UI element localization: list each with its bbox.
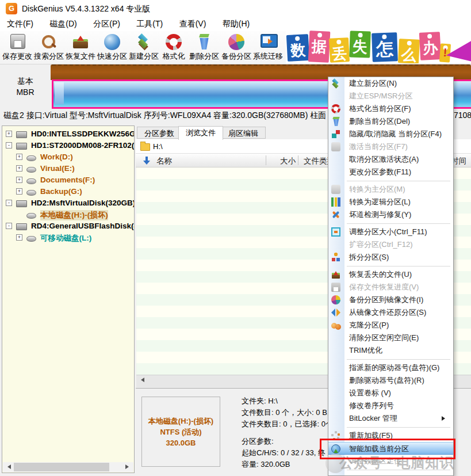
menu-item-recover-lost-files[interactable]: 恢复丢失的文件(U) <box>328 268 453 281</box>
expand-icon[interactable]: + <box>16 165 22 172</box>
to-logical-icon <box>331 197 340 207</box>
tree-item-hd1[interactable]: - HD1:ST2000DM008-2FR102(18 <box>2 140 134 151</box>
toolbar-format[interactable]: 格式化 <box>158 32 190 63</box>
tree-label: 本地磁盘(H:)-(损坏) <box>40 210 108 220</box>
menu-item-assign-drive-letter[interactable]: 指派新的驱动器号(盘符)(G) <box>328 361 453 374</box>
disk-icon <box>16 143 27 150</box>
expand-icon[interactable]: + <box>16 234 22 241</box>
banner-tile: 办 <box>419 32 441 60</box>
scroll-right-icon[interactable] <box>125 464 131 469</box>
tree-item-hd2[interactable]: - HD2:MsftVirtualDisk(320GB) <box>2 197 134 209</box>
menu-item-convert-to-primary: 转换为主分区(M) <box>328 183 453 196</box>
menu-item-save-recovery-progress: 保存文件恢复进度(V) <box>328 281 453 294</box>
menu-partition[interactable]: 分区(P) <box>86 17 127 31</box>
menu-item-format-current-partition[interactable]: 格式化当前分区(F) <box>328 102 453 115</box>
submenu-arrow-icon <box>442 416 447 421</box>
expand-icon[interactable]: + <box>16 154 22 160</box>
expand-icon[interactable]: + <box>16 188 22 195</box>
menu-item-wipe-free-space[interactable]: 清除分区空闲空间(E) <box>328 332 453 344</box>
format-icon <box>331 104 340 113</box>
activate-icon <box>331 142 340 151</box>
menu-item-restore-from-image[interactable]: 从镜像文件还原分区(S) <box>328 306 453 319</box>
menu-item-cancel-active-state[interactable]: 取消分区激活状态(A) <box>328 153 453 166</box>
menu-item-hide-unhide-partition[interactable]: 隐藏/取消隐藏 当前分区(F4) <box>328 128 453 140</box>
tree-item-backup-g[interactable]: + Backup(G:) <box>2 186 134 197</box>
tree-item-local-disk-h-selected[interactable]: 本地磁盘(H:)-(损坏) <box>2 209 134 220</box>
collapse-icon[interactable]: - <box>6 200 12 206</box>
banner-tile: 丢 <box>329 37 350 63</box>
tree-item-documents-f[interactable]: + Documents(F:) <box>2 174 134 186</box>
expand-icon[interactable]: + <box>6 131 12 137</box>
tab-partition-params[interactable]: 分区参数 <box>137 127 182 139</box>
system-migration-icon <box>261 34 278 48</box>
toolbar-delete-partition[interactable]: 删除分区 <box>188 32 220 63</box>
tree-item-hd0[interactable]: + HD0:INTELSSDPEKKW256G8(2 <box>2 128 134 140</box>
menu-view[interactable]: 查看(V) <box>173 17 213 31</box>
menu-item-convert-to-logical[interactable]: 转换为逻辑分区(L) <box>328 196 453 208</box>
menu-disk[interactable]: 磁盘(D) <box>43 17 83 31</box>
menu-item-trim-optimize[interactable]: TRIM优化 <box>328 344 453 357</box>
expand-icon[interactable]: + <box>16 177 22 183</box>
banner-tile: 怎 <box>372 32 398 62</box>
partition-table-style: 基本 <box>0 77 51 87</box>
collapse-icon[interactable]: - <box>6 142 12 148</box>
tree-item-rd4[interactable]: - RD4:GeneralUSBFlashDisk(4G <box>2 220 134 232</box>
scroll-left-icon[interactable] <box>139 378 144 382</box>
menu-item-create-esp-msr: 建立ESP/MSR分区 <box>328 90 453 102</box>
menu-item-split-partition[interactable]: 拆分分区(S) <box>328 251 453 264</box>
resize-icon <box>331 227 340 237</box>
toolbar-backup-partition[interactable]: 备份分区 <box>220 32 252 63</box>
toolbar-recover-files[interactable]: 恢复文件 <box>64 32 97 63</box>
hide-icon <box>331 130 340 139</box>
column-name[interactable]: 名称 <box>156 156 172 166</box>
menu-file[interactable]: 文件(F) <box>0 17 40 31</box>
recover-files-icon <box>72 36 89 52</box>
toolbar-quick-partition[interactable]: 快速分区 <box>96 32 128 63</box>
menu-item-set-volume-label[interactable]: 设置卷标 (V) <box>328 387 453 399</box>
menu-tools[interactable]: 工具(T) <box>129 17 170 31</box>
toolbar-save-changes[interactable]: 保存更改 <box>1 32 33 63</box>
menu-item-change-volume-serial[interactable]: 修改卷序列号 <box>328 399 453 412</box>
menu-bar: 文件(F) 磁盘(D) 分区(P) 工具(T) 查看(V) 帮助(H) <box>0 17 471 31</box>
partition-block-segment <box>55 82 64 104</box>
scrollbar-thumb[interactable] <box>14 463 109 471</box>
menu-help[interactable]: 帮助(H) <box>216 17 256 31</box>
banner-tile: 数 <box>286 34 309 62</box>
toolbar-system-migration[interactable]: 系统迁移 <box>252 32 284 63</box>
collapse-icon[interactable]: - <box>6 223 12 229</box>
menu-item-resize-partition[interactable]: 调整分区大小(Ctrl_F11) <box>328 226 453 238</box>
tree-label: HD1:ST2000DM008-2FR102(18 <box>31 141 135 150</box>
menu-item-delete-current-partition[interactable]: 删除当前分区(Del) <box>328 115 453 128</box>
tree-item-removable-l[interactable]: + 可移动磁盘(L:) <box>2 232 134 243</box>
menu-item-change-partition-params[interactable]: 更改分区参数(F11) <box>328 166 453 178</box>
tree-item-virual-e[interactable]: + Virual(E:) <box>2 163 134 174</box>
tree-horizontal-scrollbar[interactable] <box>3 462 133 472</box>
title-bar: G DiskGenius V5.4.3.1322 x64 专业版 <box>0 0 471 17</box>
menu-item-bad-track-check[interactable]: 坏道检测与修复(Y) <box>328 208 453 221</box>
menu-separator <box>328 221 453 226</box>
toolbar-label: 删除分区 <box>186 51 223 62</box>
search-partition-icon <box>41 34 57 50</box>
tree-item-work-d[interactable]: + Work(D:) <box>2 151 134 163</box>
menu-item-bitlocker-manage[interactable]: BitLocker 管理 <box>328 412 453 425</box>
banner-tile: 么 <box>398 39 420 63</box>
banner-tile: ! <box>439 43 451 62</box>
tab-browse-files[interactable]: 浏览文件 <box>178 126 223 140</box>
save-progress-icon <box>331 283 340 292</box>
column-size[interactable]: 大小 <box>270 156 296 166</box>
diskgenius-window: G DiskGenius V5.4.3.1322 x64 专业版 文件(F) 磁… <box>0 0 471 476</box>
disk-icon <box>16 223 27 230</box>
menu-item-backup-to-image[interactable]: 备份分区到镜像文件(I) <box>328 294 453 306</box>
menu-item-remove-drive-letter[interactable]: 删除驱动器号(盘符)(R) <box>328 374 453 387</box>
scroll-left-icon[interactable] <box>5 464 11 469</box>
toolbar-search-partition[interactable]: 搜索分区 <box>33 32 65 63</box>
menu-item-clone-partition[interactable]: 克隆分区(P) <box>328 319 453 332</box>
partition-icon <box>26 236 36 242</box>
menu-separator <box>328 264 453 268</box>
tab-sector-edit[interactable]: 扇区编辑 <box>221 127 266 139</box>
current-path: H:\ <box>153 142 163 151</box>
menu-item-activate-partition: 激活当前分区(F7) <box>328 140 453 153</box>
menu-item-create-new-partition[interactable]: 建立新分区(N) <box>328 77 453 90</box>
format-icon <box>166 34 182 50</box>
app-logo-icon: G <box>6 3 17 14</box>
